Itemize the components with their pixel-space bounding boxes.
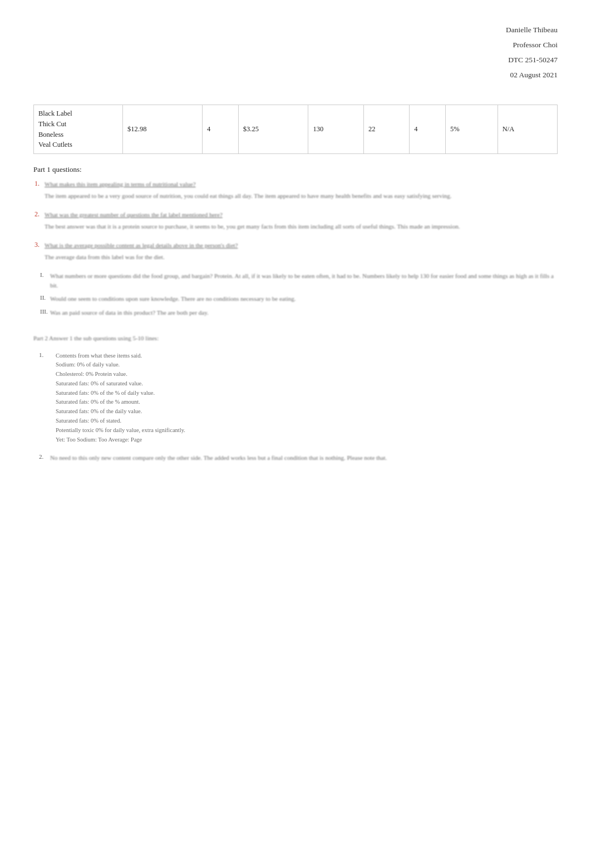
col7-cell: 4 — [410, 105, 446, 154]
questions-list: What makes this item appealing in terms … — [33, 180, 558, 261]
part2-item2-text: No need to this only new content compare… — [50, 454, 387, 461]
sub-q3-text: Was an paid source of data in this produ… — [50, 309, 209, 316]
sub-q1-text: What numbers or more questions did the f… — [50, 272, 554, 289]
part2-sub-2: Sodium: 0% of daily value. — [56, 360, 558, 370]
q1-text: What makes this item appealing in terms … — [45, 180, 558, 189]
part2-sub-6: Saturated fats: 0% of the % amount. — [56, 398, 558, 407]
question-1: What makes this item appealing in terms … — [45, 180, 558, 200]
question-3: What is the average possible content as … — [45, 241, 558, 261]
part2-item-1: Contents from what these items said. Sod… — [50, 351, 558, 445]
part2-sub-4: Saturated fats: 0% of saturated value. — [56, 379, 558, 389]
part1-label: Part 1 questions: — [33, 165, 558, 174]
author-name: Danielle Thibeau — [33, 22, 558, 37]
q2-text: What was the greatest number of question… — [45, 210, 558, 220]
header-section: Danielle Thibeau Professor Choi DTC 251-… — [33, 22, 558, 82]
part2-section: Part 2 Answer 1 the sub questions using … — [33, 334, 558, 463]
part2-label: Part 2 Answer 1 the sub questions using … — [33, 334, 558, 343]
part2-sub-7: Saturated fats: 0% of the daily value. — [56, 407, 558, 416]
q2-answer: The best answer was that it is a protein… — [45, 222, 558, 231]
part2-item-2: No need to this only new content compare… — [50, 453, 558, 463]
col4-cell: $3.25 — [238, 105, 308, 154]
col5-cell: 130 — [308, 105, 364, 154]
price-cell: $12.98 — [123, 105, 203, 154]
part2-sub-1: Contents from what these items said. — [56, 351, 558, 361]
course-code: DTC 251-50247 — [33, 52, 558, 67]
col8-cell: 5% — [445, 105, 498, 154]
q1-answer: The item appeared to be a very good sour… — [45, 191, 558, 201]
part2-list: Contents from what these items said. Sod… — [33, 351, 558, 463]
sub-q-2: Would one seem to conditions upon sure k… — [50, 294, 558, 304]
part2-sub-3: Cholesterol: 0% Protein value. — [56, 370, 558, 379]
part2-sublist: Contents from what these items said. Sod… — [50, 351, 558, 445]
col9-cell: N/A — [498, 105, 557, 154]
q3-text: What is the average possible content as … — [45, 241, 558, 250]
table-row: Black LabelThick CutBonelessVeal Cutlets… — [34, 105, 558, 154]
col6-cell: 22 — [364, 105, 410, 154]
nutrition-table: Black LabelThick CutBonelessVeal Cutlets… — [33, 105, 558, 154]
part2-sub-9: Potentially toxic 0% for daily value, ex… — [56, 426, 558, 435]
q3-answer: The average data from this label was for… — [45, 252, 558, 262]
question-2: What was the greatest number of question… — [45, 210, 558, 231]
col3-cell: 4 — [203, 105, 239, 154]
product-name: Black LabelThick CutBonelessVeal Cutlets — [38, 108, 118, 150]
product-name-cell: Black LabelThick CutBonelessVeal Cutlets — [34, 105, 123, 154]
professor-name: Professor Choi — [33, 37, 558, 52]
part2-sub-10: Yet: Too Sodium: Too Average: Page — [56, 435, 558, 445]
date: 02 August 2021 — [33, 67, 558, 82]
sub-q-3: Was an paid source of data in this produ… — [50, 308, 558, 318]
nutrition-table-container: Black LabelThick CutBonelessVeal Cutlets… — [33, 105, 558, 154]
sub-q-1: What numbers or more questions did the f… — [50, 271, 558, 290]
part2-sub-8: Saturated fats: 0% of stated. — [56, 416, 558, 426]
sub-q2-text: Would one seem to conditions upon sure k… — [50, 295, 296, 302]
part2-sub-5: Saturated fats: 0% of the % of daily val… — [56, 389, 558, 398]
part1-section: Part 1 questions: What makes this item a… — [33, 165, 558, 317]
sub-questions-list: What numbers or more questions did the f… — [33, 271, 558, 317]
